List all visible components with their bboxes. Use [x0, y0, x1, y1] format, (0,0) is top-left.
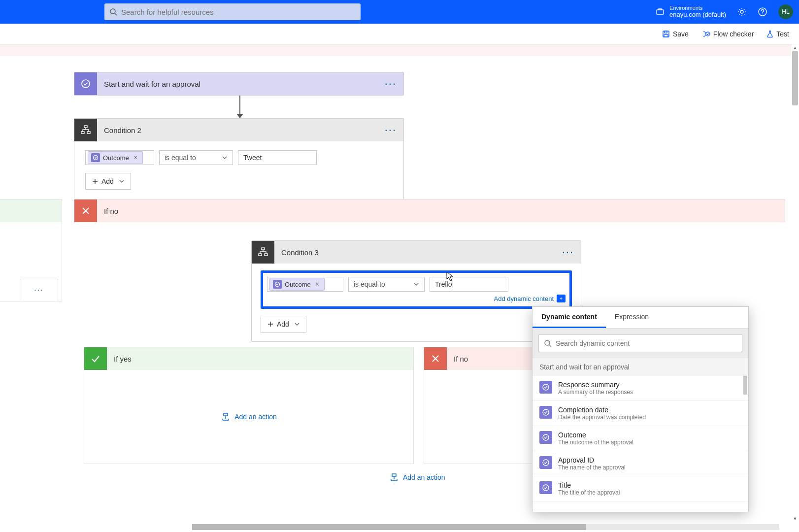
svg-rect-16 — [259, 254, 262, 256]
environment-label: Environments — [669, 5, 726, 11]
save-button[interactable]: Save — [662, 30, 689, 38]
approval-card[interactable]: Start and wait for an approval ··· — [74, 72, 404, 96]
add-action-icon — [221, 412, 231, 421]
dynamic-content-item[interactable]: Response summaryA summary of the respons… — [533, 376, 748, 401]
svg-point-5 — [762, 14, 763, 15]
dynamic-content-badge-icon: + — [557, 295, 566, 302]
condition3-menu[interactable]: ··· — [562, 246, 576, 259]
remove-token-icon[interactable]: × — [314, 281, 321, 288]
remove-token-icon[interactable]: × — [132, 154, 139, 161]
inner-if-no-title: If no — [447, 355, 468, 363]
svg-rect-8 — [664, 34, 668, 37]
tab-dynamic-content[interactable]: Dynamic content — [533, 307, 606, 328]
environment-picker[interactable]: Environments enayu.com (default) — [656, 5, 726, 19]
dynamic-content-search[interactable] — [538, 334, 742, 352]
chevron-down-icon — [119, 178, 125, 184]
dynamic-content-search-input[interactable] — [556, 339, 737, 347]
left-fragment-menu[interactable]: ··· — [20, 279, 58, 301]
svg-rect-7 — [665, 31, 667, 33]
condition3-add-button[interactable]: Add — [261, 316, 306, 332]
svg-point-10 — [82, 80, 90, 88]
dynamic-item-title: Approval ID — [558, 456, 626, 464]
dynamic-item-desc: Date the approval was completed — [558, 414, 646, 421]
dynamic-content-item[interactable]: OutcomeThe outcome of the approval — [533, 426, 748, 451]
condition2-add-button[interactable]: Add — [85, 173, 131, 190]
outcome-token[interactable]: Outcome × — [88, 151, 143, 164]
add-dynamic-content-label: Add dynamic content — [494, 295, 554, 302]
add-action-yes[interactable]: Add an action — [221, 412, 277, 421]
test-button[interactable]: Test — [766, 30, 789, 38]
tab-dynamic-label: Dynamic content — [541, 313, 597, 321]
user-avatar[interactable]: HL — [778, 4, 793, 19]
condition3-left-operand[interactable]: Outcome × — [267, 277, 343, 292]
settings-icon[interactable] — [737, 7, 747, 17]
dynamic-content-item[interactable]: TitleThe title of the approval — [533, 476, 748, 501]
help-icon[interactable] — [758, 7, 767, 17]
environment-name: enayu.com (default) — [669, 11, 726, 19]
condition-icon — [252, 241, 274, 264]
outcome-token[interactable]: Outcome × — [269, 278, 325, 291]
condition2-operator-label: is equal to — [165, 154, 196, 162]
canvas-vertical-scrollbar[interactable]: ▲ ▼ — [791, 44, 799, 532]
scroll-up-icon[interactable]: ▲ — [792, 44, 798, 51]
condition3-title: Condition 3 — [274, 248, 562, 257]
dynamic-content-item[interactable]: Completion dateDate the approval was com… — [533, 401, 748, 426]
global-search[interactable] — [104, 3, 361, 20]
hscroll-thumb[interactable] — [192, 524, 586, 530]
condition2-value-input[interactable]: Tweet — [238, 150, 317, 165]
approval-menu[interactable]: ··· — [385, 77, 399, 90]
popup-scrollbar[interactable] — [743, 376, 747, 395]
svg-rect-12 — [81, 132, 84, 133]
save-icon — [662, 30, 670, 38]
canvas-top-tint — [0, 44, 791, 56]
condition2-add-label: Add — [101, 177, 114, 185]
global-search-input[interactable] — [117, 8, 356, 16]
inner-if-no-branch: If no — [424, 347, 532, 464]
approval-token-icon — [539, 481, 552, 494]
svg-rect-20 — [392, 474, 396, 476]
plus-icon — [267, 321, 274, 328]
canvas-horizontal-scrollbar[interactable] — [0, 523, 799, 531]
scroll-thumb[interactable] — [792, 51, 798, 105]
approval-token-icon — [539, 381, 552, 394]
mouse-cursor-icon — [446, 271, 455, 282]
add-dynamic-content-link[interactable]: Add dynamic content + — [494, 295, 566, 302]
svg-rect-11 — [84, 126, 87, 128]
condition3-value-input[interactable]: Trello — [430, 277, 508, 292]
condition3-operator[interactable]: is equal to — [348, 277, 425, 292]
outer-if-no-title: If no — [97, 207, 118, 215]
approval-token-icon — [273, 280, 282, 289]
svg-point-0 — [110, 9, 115, 14]
dynamic-item-desc: The title of the approval — [558, 489, 620, 496]
avatar-initials: HL — [782, 8, 789, 15]
flow-canvas[interactable]: Start and wait for an approval ··· Condi… — [0, 44, 799, 532]
dynamic-content-popup: Dynamic content Expression Start and wai… — [532, 306, 749, 512]
flow-checker-icon — [701, 30, 710, 38]
condition2-left-operand[interactable]: Outcome × — [85, 150, 154, 165]
plus-icon — [92, 178, 99, 185]
condition-icon — [74, 119, 97, 141]
close-icon — [424, 347, 447, 370]
condition2-card[interactable]: Condition 2 ··· Outcome × is equal to Tw… — [74, 118, 404, 200]
condition2-title: Condition 2 — [97, 126, 385, 134]
tab-expression[interactable]: Expression — [606, 307, 658, 328]
chevron-down-icon — [222, 155, 228, 161]
flow-checker-label: Flow checker — [713, 30, 754, 38]
svg-rect-19 — [224, 413, 228, 416]
tab-expression-label: Expression — [615, 313, 649, 321]
condition2-menu[interactable]: ··· — [385, 124, 399, 136]
svg-line-22 — [549, 345, 551, 347]
flow-arrow-1 — [236, 96, 243, 118]
svg-point-3 — [740, 10, 743, 13]
dynamic-content-item[interactable]: Approval IDThe name of the approval — [533, 451, 748, 476]
approval-title: Start and wait for an approval — [97, 80, 385, 88]
add-action-bottom[interactable]: Add an action — [389, 473, 445, 482]
search-icon — [544, 339, 552, 347]
dynamic-item-title: Response summary — [558, 381, 633, 389]
condition2-value-text: Tweet — [243, 154, 262, 162]
scroll-down-icon[interactable]: ▼ — [792, 515, 798, 522]
approval-token-icon — [539, 431, 552, 444]
approval-token-icon — [539, 406, 552, 419]
flow-checker-button[interactable]: Flow checker — [701, 30, 754, 38]
condition2-operator[interactable]: is equal to — [159, 150, 233, 165]
